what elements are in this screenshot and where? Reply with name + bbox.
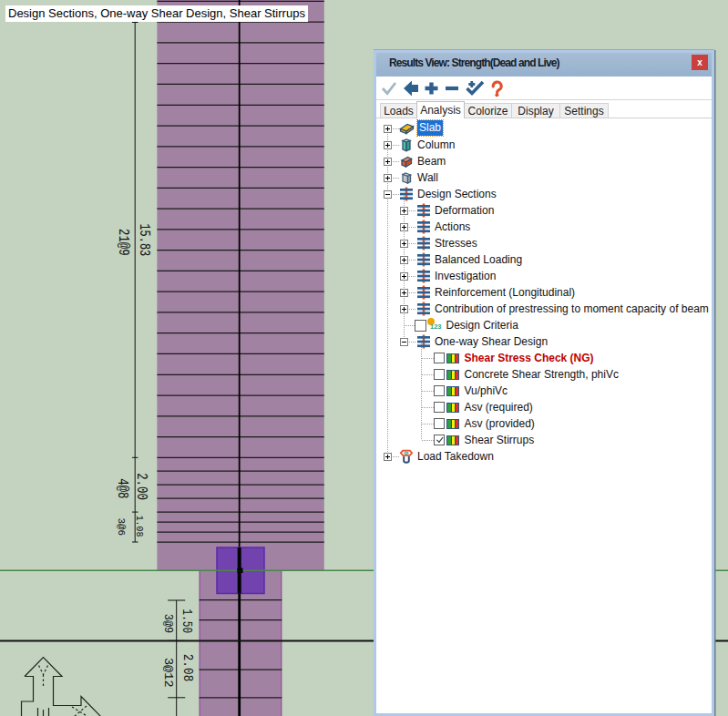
svg-text:2.08: 2.08 <box>179 654 195 682</box>
svg-text:1.08: 1.08 <box>134 516 144 537</box>
svg-text:4@8: 4@8 <box>115 478 131 498</box>
svg-text:3@9: 3@9 <box>161 614 174 633</box>
svg-text:21@9: 21@9 <box>115 229 131 256</box>
svg-text:3@6: 3@6 <box>115 517 126 536</box>
svg-text:1.50: 1.50 <box>179 609 192 633</box>
svg-text:15.83: 15.83 <box>137 223 153 256</box>
svg-text:2.00: 2.00 <box>133 473 149 500</box>
svg-text:3@12: 3@12 <box>161 658 175 688</box>
